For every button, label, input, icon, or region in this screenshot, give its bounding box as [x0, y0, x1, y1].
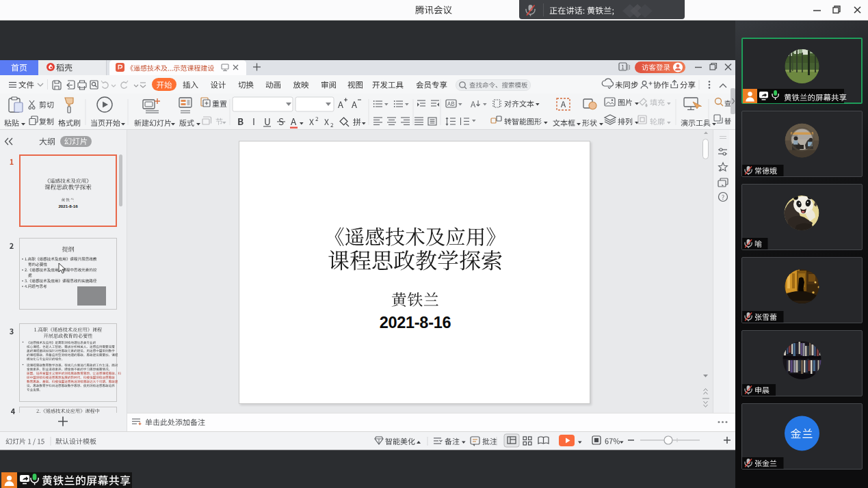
svg-text:2021-8-16: 2021-8-16	[380, 314, 451, 331]
svg-text:2021-8-16: 2021-8-16	[58, 204, 78, 208]
